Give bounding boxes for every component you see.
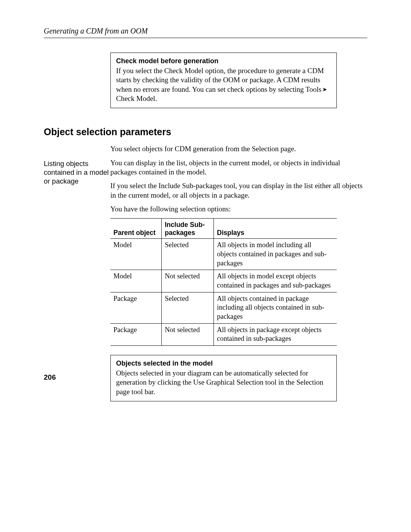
td-displays: All objects contained in package includi… (214, 292, 337, 323)
td-displays: All objects in package except objects co… (214, 323, 337, 345)
body-paragraph-2: You can display in the list, objects in … (110, 158, 367, 177)
th-parent-object: Parent object (110, 219, 162, 239)
menu-arrow-icon: ➤ (322, 86, 328, 93)
table-row: Model Not selected All objects in model … (110, 270, 337, 292)
page-container: Generating a CDM from an OOM Check model… (0, 0, 411, 532)
note-box-body: If you select the Check Model option, th… (116, 66, 331, 103)
td-displays: All objects in model including all objec… (214, 239, 337, 270)
note-box-objects-selected: Objects selected in the model Objects se… (110, 355, 337, 401)
td-include: Selected (162, 292, 214, 323)
td-parent: Model (110, 270, 162, 292)
note-box-title: Check model before generation (116, 57, 331, 66)
td-include: Not selected (162, 270, 214, 292)
note-box-title-2: Objects selected in the model (116, 359, 331, 368)
page-number: 206 (44, 373, 56, 382)
td-displays: All objects in model except objects cont… (214, 270, 337, 292)
td-parent: Model (110, 239, 162, 270)
td-include: Not selected (162, 323, 214, 345)
td-parent: Package (110, 323, 162, 345)
body-paragraph-3: If you select the Include Sub-packages t… (110, 181, 367, 200)
table-row: Model Selected All objects in model incl… (110, 239, 337, 270)
td-include: Selected (162, 239, 214, 270)
note-body-text-2: Check Model. (116, 94, 157, 102)
side-paragraph-row: Listing objects contained in a model or … (44, 158, 367, 219)
table-header-row: Parent object Include Sub-packages Displ… (110, 219, 337, 239)
th-displays: Displays (214, 219, 337, 239)
td-parent: Package (110, 292, 162, 323)
section-heading: Object selection parameters (44, 126, 367, 137)
running-head: Generating a CDM from an OOM (44, 27, 367, 38)
note-body-text-1: If you select the Check Model option, th… (116, 67, 324, 93)
margin-label: Listing objects contained in a model or … (44, 158, 110, 185)
body-paragraph-4: You have the following selection options… (110, 204, 367, 214)
table-row: Package Selected All objects contained i… (110, 292, 337, 323)
selection-options-table: Parent object Include Sub-packages Displ… (110, 218, 337, 346)
note-box-check-model: Check model before generation If you sel… (110, 53, 337, 108)
table-row: Package Not selected All objects in pack… (110, 323, 337, 345)
intro-paragraph: You select objects for CDM generation fr… (110, 144, 367, 153)
note-box-body-2: Objects selected in your diagram can be … (116, 369, 331, 396)
th-include-subpackages: Include Sub-packages (162, 219, 214, 239)
